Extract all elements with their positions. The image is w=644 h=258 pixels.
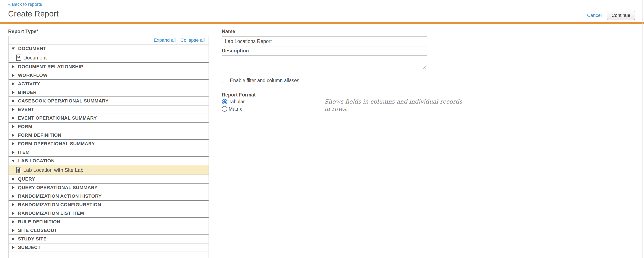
tree-item-row[interactable]: Lab Location with Site Lab — [8, 165, 208, 175]
report-format-section: Report Format Tabular Matrix Shows field… — [222, 92, 427, 112]
caret-right-icon[interactable] — [12, 246, 14, 249]
caret-right-icon[interactable] — [12, 142, 14, 145]
report-type-label: Report Type* — [8, 29, 209, 34]
tree-category-label: FORM DEFINITION — [18, 132, 61, 138]
tree-category-label: RANDOMIZATION CONFIGURATION — [18, 202, 101, 207]
tree-category-label: SITE CLOSEOUT — [18, 228, 57, 233]
create-report-page: « Back to reports Create Report Cancel C… — [0, 0, 644, 258]
caret-right-icon[interactable] — [12, 178, 14, 181]
tree-category-row[interactable]: ACTIVITY — [8, 80, 208, 88]
caret-right-icon[interactable] — [12, 212, 14, 215]
tree-category-row[interactable]: STUDY SITE — [8, 235, 208, 243]
tree-category-label: CASEBOOK OPERATIONAL SUMMARY — [18, 98, 108, 104]
description-input[interactable] — [222, 55, 427, 70]
caret-right-icon[interactable] — [12, 195, 14, 198]
tree-category-label: EVENT OPERATIONAL SUMMARY — [18, 115, 97, 121]
tree-category-row[interactable]: SUBJECT — [8, 243, 208, 252]
report-type-tree: DOCUMENTDocumentDOCUMENT RELATIONSHIPWOR… — [8, 45, 208, 252]
radio-option-label: Matrix — [229, 106, 242, 112]
tree-category-label: RULE DEFINITION — [18, 219, 60, 225]
caret-right-icon[interactable] — [12, 65, 14, 68]
tree-category-row[interactable]: CASEBOOK OPERATIONAL SUMMARY — [8, 97, 208, 105]
tree-category-row[interactable]: WORKFLOW — [8, 71, 208, 80]
caret-right-icon[interactable] — [12, 237, 14, 240]
page-title: Create Report — [8, 10, 58, 19]
tree-category-label: WORKFLOW — [18, 73, 48, 78]
caret-right-icon[interactable] — [12, 229, 14, 232]
tree-category-row[interactable]: FORM — [8, 123, 208, 131]
header-actions: Cancel Continue — [587, 11, 635, 20]
tree-category-label: DOCUMENT — [18, 46, 46, 51]
report-details-form: Name Description Enable filter and colum… — [222, 29, 427, 112]
tree-category-row[interactable]: SITE CLOSEOUT — [8, 226, 208, 235]
tree-item-row[interactable]: Document — [8, 53, 208, 63]
caret-right-icon[interactable] — [12, 134, 14, 137]
tree-category-label: LAB LOCATION — [18, 158, 55, 164]
report-document-icon — [16, 55, 21, 61]
tree-category-label: RANDOMIZATION LIST ITEM — [18, 210, 84, 216]
tree-category-row[interactable]: DOCUMENT — [8, 45, 208, 53]
tree-category-row[interactable]: QUERY OPERATIONAL SUMMARY — [8, 183, 208, 192]
tree-category-row[interactable]: EVENT — [8, 105, 208, 114]
cancel-button[interactable]: Cancel — [587, 13, 602, 18]
radio-icon[interactable] — [222, 99, 227, 104]
caret-right-icon[interactable] — [12, 117, 14, 120]
tree-category-label: RANDOMIZATION ACTION HISTORY — [18, 193, 102, 199]
radio-option-label: Tabular — [229, 99, 245, 105]
tree-category-row[interactable]: BINDER — [8, 88, 208, 97]
report-format-label: Report Format — [222, 92, 427, 98]
caret-right-icon[interactable] — [12, 100, 14, 102]
tree-category-row[interactable]: RANDOMIZATION ACTION HISTORY — [8, 192, 208, 201]
tree-category-label: FORM OPERATIONAL SUMMARY — [18, 141, 95, 147]
continue-button[interactable]: Continue — [607, 11, 635, 20]
format-hint-line: in rows. — [324, 105, 457, 113]
report-type-panel: Expand all Collapse all DOCUMENTDocument… — [8, 36, 209, 258]
radio-icon[interactable] — [222, 106, 227, 112]
caret-right-icon[interactable] — [12, 220, 14, 223]
description-field-wrap — [222, 55, 427, 70]
caret-right-icon[interactable] — [12, 151, 14, 154]
tree-category-row[interactable]: RANDOMIZATION CONFIGURATION — [8, 201, 208, 209]
tree-category-row[interactable]: EVENT OPERATIONAL SUMMARY — [8, 114, 208, 123]
caret-right-icon[interactable] — [12, 186, 14, 189]
name-input[interactable] — [222, 36, 427, 47]
enable-aliases-row[interactable]: Enable filter and column aliases — [222, 77, 427, 83]
tree-category-row[interactable]: FORM OPERATIONAL SUMMARY — [8, 140, 208, 148]
caret-right-icon[interactable] — [12, 91, 14, 94]
format-hint-text: Shows fields in columns and individual r… — [324, 98, 457, 113]
back-to-reports-link[interactable]: « Back to reports — [8, 2, 42, 7]
tree-category-row[interactable]: ITEM — [8, 148, 208, 157]
tree-category-row[interactable]: DOCUMENT RELATIONSHIP — [8, 63, 208, 71]
tree-category-label: BINDER — [18, 90, 36, 95]
caret-right-icon[interactable] — [12, 125, 14, 128]
tree-category-label: FORM — [18, 124, 32, 129]
tree-category-label: ACTIVITY — [18, 81, 40, 87]
format-hint-line: Shows fields in columns and individual r… — [324, 98, 457, 105]
tree-category-row[interactable]: FORM DEFINITION — [8, 131, 208, 140]
caret-down-icon[interactable] — [12, 48, 15, 50]
tree-category-label: QUERY — [18, 176, 35, 182]
tree-item-label: Document — [23, 55, 46, 61]
caret-right-icon[interactable] — [12, 203, 14, 206]
tree-category-row[interactable]: RULE DEFINITION — [8, 218, 208, 226]
tree-category-row[interactable]: RANDOMIZATION LIST ITEM — [8, 209, 208, 218]
tree-category-label: ITEM — [18, 150, 30, 155]
caret-right-icon[interactable] — [12, 74, 14, 77]
tree-category-label: STUDY SITE — [18, 236, 46, 242]
tree-category-row[interactable]: QUERY — [8, 175, 208, 183]
caret-down-icon[interactable] — [12, 160, 15, 162]
expand-all-link[interactable]: Expand all — [154, 38, 176, 43]
tree-category-label: SUBJECT — [18, 245, 40, 250]
tree-category-row[interactable]: LAB LOCATION — [8, 157, 208, 165]
collapse-all-link[interactable]: Collapse all — [180, 38, 205, 43]
tree-category-label: QUERY OPERATIONAL SUMMARY — [18, 185, 98, 190]
page-header: « Back to reports Create Report Cancel C… — [0, 0, 644, 24]
description-label: Description — [222, 48, 427, 54]
tree-item-label: Lab Location with Site Lab — [23, 167, 84, 173]
tree-category-label: DOCUMENT RELATIONSHIP — [18, 64, 83, 70]
enable-aliases-label: Enable filter and column aliases — [230, 78, 299, 83]
caret-right-icon[interactable] — [12, 82, 14, 85]
caret-right-icon[interactable] — [12, 108, 14, 111]
report-document-icon — [16, 167, 21, 173]
enable-aliases-checkbox[interactable] — [222, 78, 227, 83]
